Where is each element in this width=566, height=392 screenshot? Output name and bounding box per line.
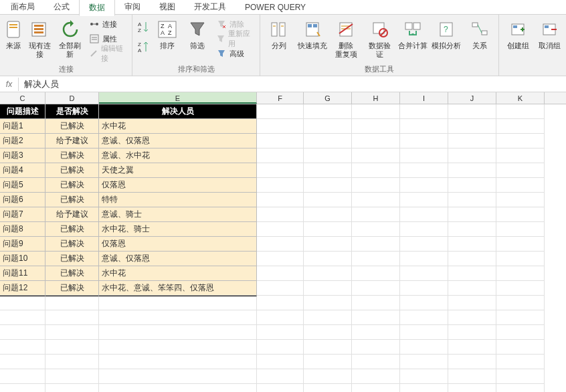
cell[interactable] [400, 355, 448, 369]
fx-icon[interactable]: fx [0, 78, 19, 91]
cell[interactable] [400, 252, 448, 266]
cell[interactable] [352, 104, 400, 119]
cell[interactable] [99, 296, 257, 310]
cell-desc[interactable]: 问题2 [0, 134, 45, 149]
cell[interactable] [496, 134, 545, 149]
cell-desc[interactable]: 问题6 [0, 193, 45, 207]
col-G[interactable]: G [304, 92, 352, 104]
advanced-filter-button[interactable]: 高级 [215, 47, 256, 60]
cell[interactable] [448, 207, 496, 222]
cell[interactable] [304, 237, 352, 252]
cell[interactable] [304, 149, 352, 163]
cell-status[interactable]: 已解决 [45, 149, 99, 163]
cell[interactable] [352, 384, 400, 392]
cell-desc[interactable]: 问题10 [0, 252, 45, 266]
cell[interactable] [448, 281, 496, 296]
cell[interactable] [448, 355, 496, 369]
cell[interactable] [400, 134, 448, 149]
cell-status[interactable]: 给予建议 [45, 207, 99, 222]
cell[interactable] [400, 119, 448, 134]
cell-person[interactable]: 水中花、骑士 [99, 222, 257, 237]
sort-button[interactable]: ZAAZ 排序 [154, 16, 180, 50]
cell[interactable] [304, 281, 352, 296]
cell-desc[interactable]: 问题4 [0, 163, 45, 178]
cell[interactable] [400, 104, 448, 119]
cell[interactable] [0, 310, 45, 325]
group-button[interactable]: 创建组 [503, 16, 533, 50]
cell-person[interactable]: 天使之翼 [99, 163, 257, 178]
cell[interactable] [448, 340, 496, 355]
cell[interactable] [304, 340, 352, 355]
cell[interactable] [448, 193, 496, 207]
cell-desc[interactable]: 问题12 [0, 281, 45, 296]
cell[interactable] [496, 340, 545, 355]
cell[interactable] [99, 355, 257, 369]
cell[interactable] [45, 296, 99, 310]
cell[interactable] [257, 340, 304, 355]
cell[interactable] [99, 340, 257, 355]
cell[interactable] [0, 340, 45, 355]
cell[interactable] [400, 281, 448, 296]
cell[interactable] [45, 384, 99, 392]
cell[interactable] [448, 119, 496, 134]
cell[interactable] [0, 296, 45, 310]
cell-person[interactable]: 水中花 [99, 119, 257, 134]
cell[interactable] [496, 266, 545, 281]
cell[interactable] [448, 369, 496, 384]
cell[interactable] [400, 149, 448, 163]
cell[interactable] [304, 325, 352, 340]
cell[interactable] [0, 355, 45, 369]
cell[interactable] [496, 163, 545, 178]
from-source-button[interactable]: 来源 [4, 16, 23, 50]
cell-person[interactable]: 仅落恩 [99, 237, 257, 252]
cell[interactable] [257, 237, 304, 252]
cell[interactable] [0, 369, 45, 384]
cell[interactable] [400, 340, 448, 355]
existing-connections-button[interactable]: 现有连接 [27, 16, 53, 59]
data-validation-button[interactable]: 数据验 证 [365, 16, 394, 59]
cell[interactable] [400, 384, 448, 392]
col-K[interactable]: K [496, 92, 545, 104]
cell-person[interactable]: 意诚、水中花 [99, 149, 257, 163]
cell[interactable] [99, 384, 257, 392]
cell[interactable] [496, 178, 545, 193]
cell[interactable] [304, 178, 352, 193]
cell-status[interactable]: 已解决 [45, 252, 99, 266]
cell[interactable] [352, 193, 400, 207]
cell[interactable] [257, 149, 304, 163]
cell[interactable] [257, 325, 304, 340]
cell[interactable] [352, 340, 400, 355]
cell-person[interactable]: 水中花 [99, 266, 257, 281]
cell[interactable] [448, 163, 496, 178]
cell[interactable] [304, 193, 352, 207]
tab-data[interactable]: 数据 [79, 0, 115, 16]
filter-button[interactable]: 筛选 [185, 16, 211, 50]
tab-view[interactable]: 视图 [150, 0, 185, 15]
cell[interactable] [352, 237, 400, 252]
cell[interactable] [352, 252, 400, 266]
cell-desc[interactable]: 问题11 [0, 266, 45, 281]
cell[interactable] [352, 355, 400, 369]
cell[interactable] [304, 222, 352, 237]
cell[interactable] [352, 369, 400, 384]
cell[interactable] [400, 325, 448, 340]
cell[interactable] [352, 281, 400, 296]
cell[interactable] [45, 340, 99, 355]
cell[interactable] [496, 104, 545, 119]
cell[interactable] [496, 149, 545, 163]
cell[interactable] [257, 163, 304, 178]
cell[interactable] [448, 252, 496, 266]
cell[interactable] [448, 325, 496, 340]
col-D[interactable]: D [45, 92, 99, 104]
cell-desc[interactable]: 问题7 [0, 207, 45, 222]
cell[interactable] [400, 207, 448, 222]
cell[interactable] [257, 222, 304, 237]
cell[interactable] [400, 369, 448, 384]
cell[interactable] [496, 119, 545, 134]
cell[interactable] [304, 310, 352, 325]
cell[interactable] [0, 384, 45, 392]
cell[interactable] [45, 355, 99, 369]
cell[interactable] [257, 119, 304, 134]
cell[interactable] [257, 310, 304, 325]
cell[interactable] [99, 310, 257, 325]
